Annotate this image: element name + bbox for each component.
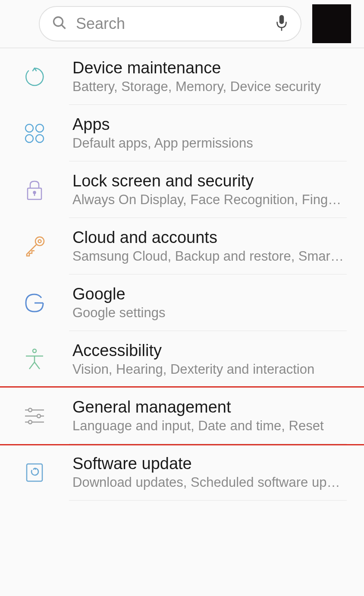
key-icon <box>22 234 47 259</box>
settings-item-lock-screen[interactable]: Lock screen and security Always On Displ… <box>0 161 364 218</box>
item-subtitle: Download updates, Scheduled software upd… <box>72 475 347 490</box>
item-subtitle: Language and input, Date and time, Reset <box>72 418 347 434</box>
item-content: General management Language and input, D… <box>72 398 347 434</box>
item-content: Accessibility Vision, Hearing, Dexterity… <box>72 341 347 377</box>
item-subtitle: Google settings <box>72 305 347 321</box>
header: Search <box>0 0 364 48</box>
svg-rect-21 <box>27 464 42 481</box>
settings-item-device-maintenance[interactable]: Device maintenance Battery, Storage, Mem… <box>0 48 364 105</box>
sliders-icon <box>22 404 47 428</box>
item-subtitle: Vision, Hearing, Dexterity and interacti… <box>72 362 347 377</box>
lock-icon <box>22 178 47 202</box>
item-subtitle: Samsung Cloud, Backup and restore, Smart… <box>72 249 347 264</box>
item-title: Device maintenance <box>72 59 347 77</box>
accessibility-icon <box>22 347 47 372</box>
item-content: Google Google settings <box>72 285 347 321</box>
item-title: Google <box>72 285 347 303</box>
svg-point-9 <box>34 191 36 193</box>
google-icon <box>22 291 47 315</box>
item-content: Device maintenance Battery, Storage, Mem… <box>72 59 347 95</box>
item-content: Software update Download updates, Schedu… <box>72 454 347 490</box>
device-maintenance-icon <box>22 65 47 89</box>
svg-point-0 <box>54 17 63 26</box>
svg-point-11 <box>35 237 44 246</box>
item-subtitle: Always On Display, Face Recognition, Fin… <box>72 192 347 208</box>
svg-point-4 <box>25 124 33 132</box>
settings-item-google[interactable]: Google Google settings <box>0 274 364 331</box>
microphone-icon[interactable] <box>275 14 289 34</box>
item-title: Apps <box>72 115 347 134</box>
svg-point-12 <box>38 240 41 243</box>
search-placeholder: Search <box>76 15 266 33</box>
item-subtitle: Battery, Storage, Memory, Device securit… <box>72 79 347 95</box>
svg-point-18 <box>37 414 41 418</box>
svg-rect-2 <box>279 15 284 24</box>
svg-point-16 <box>28 408 32 412</box>
svg-point-7 <box>36 135 44 142</box>
profile-button[interactable] <box>312 4 351 43</box>
item-title: Lock screen and security <box>72 172 347 190</box>
svg-point-5 <box>36 124 44 132</box>
settings-item-accessibility[interactable]: Accessibility Vision, Hearing, Dexterity… <box>0 331 364 388</box>
item-content: Cloud and accounts Samsung Cloud, Backup… <box>72 228 347 264</box>
svg-point-14 <box>33 349 36 353</box>
item-title: General management <box>72 398 347 416</box>
software-update-icon <box>22 460 47 485</box>
settings-item-general-management[interactable]: General management Language and input, D… <box>0 386 364 445</box>
settings-list: Device maintenance Battery, Storage, Mem… <box>0 48 364 501</box>
settings-item-apps[interactable]: Apps Default apps, App permissions <box>0 105 364 161</box>
search-icon <box>52 15 67 32</box>
item-title: Accessibility <box>72 341 347 360</box>
settings-item-cloud-accounts[interactable]: Cloud and accounts Samsung Cloud, Backup… <box>0 218 364 274</box>
settings-item-software-update[interactable]: Software update Download updates, Schedu… <box>0 444 364 501</box>
apps-icon <box>22 121 47 145</box>
item-content: Lock screen and security Always On Displ… <box>72 172 347 208</box>
svg-line-1 <box>62 25 66 29</box>
item-title: Software update <box>72 454 347 473</box>
search-bar[interactable]: Search <box>39 6 301 41</box>
svg-point-6 <box>25 135 33 142</box>
item-title: Cloud and accounts <box>72 228 347 247</box>
item-subtitle: Default apps, App permissions <box>72 136 347 151</box>
svg-point-20 <box>28 420 32 424</box>
item-content: Apps Default apps, App permissions <box>72 115 347 151</box>
